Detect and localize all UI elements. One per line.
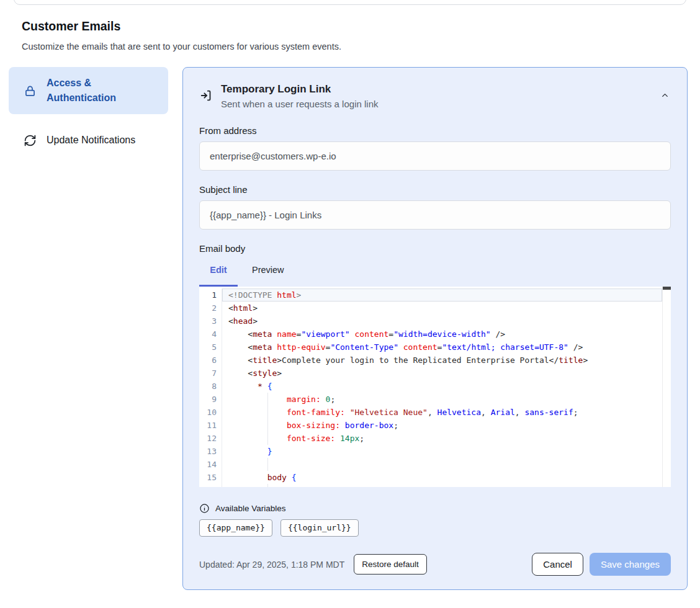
indent-guide <box>267 406 268 419</box>
from-address-input[interactable] <box>199 141 671 171</box>
line-number: 5 <box>199 341 222 354</box>
code-line-content: background-color: #f6f6f6; <box>222 484 662 487</box>
email-body-label: Email body <box>199 243 671 254</box>
code-line: 15 body { <box>199 471 662 484</box>
sidebar: Access & AuthenticationUpdate Notificati… <box>9 67 168 156</box>
code-line: 13 } <box>199 445 662 458</box>
line-number: 2 <box>199 302 222 315</box>
code-line-content: box-sizing: border-box; <box>222 419 662 432</box>
code-line-content: <!DOCTYPE html> <box>222 288 662 302</box>
code-line-content: <html> <box>222 302 662 315</box>
code-line: 16 background-color: #f6f6f6; <box>199 484 662 487</box>
lock-icon <box>24 84 37 97</box>
line-number: 10 <box>199 406 222 419</box>
line-number: 4 <box>199 328 222 341</box>
code-line-content: <style> <box>222 367 662 380</box>
panel-footer: Updated: Apr 29, 2025, 1:18 PM MDT Resto… <box>199 553 671 576</box>
line-number: 13 <box>199 445 222 458</box>
code-line-content: } <box>222 445 662 458</box>
editor-scrollbar-thumb[interactable] <box>663 287 671 290</box>
email-settings-panel: Temporary Login Link Sent when a user re… <box>182 67 688 590</box>
code-line: 10 font-family: "Helvetica Neue", Helvet… <box>199 406 662 419</box>
code-line: 3<head> <box>199 315 662 328</box>
info-icon <box>199 503 210 514</box>
save-changes-button[interactable]: Save changes <box>590 553 671 576</box>
email-body-tabs: EditPreview <box>199 259 671 287</box>
code-line: 2<html> <box>199 302 662 315</box>
code-line: 8 * { <box>199 380 662 393</box>
from-address-label: From address <box>199 125 671 136</box>
panel-header: Temporary Login Link Sent when a user re… <box>199 83 671 109</box>
line-number: 9 <box>199 393 222 406</box>
login-icon <box>200 89 213 102</box>
code-line-content: font-size: 14px; <box>222 432 662 445</box>
page-title: Customer Emails <box>22 19 700 34</box>
available-variables-label: Available Variables <box>215 504 286 513</box>
sidebar-item-access-authentication[interactable]: Access & Authentication <box>9 67 168 114</box>
code-line-content: * { <box>222 380 662 393</box>
code-line: 12 font-size: 14px; <box>199 432 662 445</box>
tab-edit[interactable]: Edit <box>199 259 238 287</box>
code-line-content: <head> <box>222 315 662 328</box>
indent-guide <box>267 458 268 471</box>
restore-default-button[interactable]: Restore default <box>354 554 427 574</box>
panel-header-text: Temporary Login Link Sent when a user re… <box>221 83 378 109</box>
subject-line-input[interactable] <box>199 200 671 230</box>
code-line-content: <title>Complete your login to the Replic… <box>222 354 662 367</box>
variable-chip[interactable]: {{app_name}} <box>199 519 272 537</box>
line-number: 16 <box>199 484 222 487</box>
line-number: 7 <box>199 367 222 380</box>
panel-subtitle: Sent when a user requests a login link <box>221 99 378 109</box>
chevron-up-icon <box>660 92 670 102</box>
code-line: 6 <title>Complete your login to the Repl… <box>199 354 662 367</box>
editor-lines: 1<!DOCTYPE html>2<html>3<head>4 <meta na… <box>199 288 662 487</box>
variable-chips: {{app_name}}{{login_url}} <box>199 519 671 537</box>
line-number: 12 <box>199 432 222 445</box>
line-number: 1 <box>199 288 222 302</box>
sidebar-item-label: Access & Authentication <box>47 76 145 105</box>
code-line: 4 <meta name="viewport" content="width=d… <box>199 328 662 341</box>
updated-timestamp: Updated: Apr 29, 2025, 1:18 PM MDT <box>199 560 344 570</box>
code-editor[interactable]: 1<!DOCTYPE html>2<html>3<head>4 <meta na… <box>199 287 671 487</box>
indent-guide <box>267 432 268 445</box>
code-line-content: <meta http-equiv="Content-Type" content=… <box>222 341 662 354</box>
previous-card-bottom-edge <box>14 0 686 5</box>
collapse-panel-button[interactable] <box>659 89 671 103</box>
code-line: 7 <style> <box>199 367 662 380</box>
code-line-content: margin: 0; <box>222 393 662 406</box>
code-line-content: <meta name="viewport" content="width=dev… <box>222 328 662 341</box>
refresh-icon <box>24 134 37 147</box>
line-number: 8 <box>199 380 222 393</box>
page-subtitle: Customize the emails that are sent to yo… <box>22 42 700 51</box>
subject-line-label: Subject line <box>199 184 671 195</box>
line-number: 11 <box>199 419 222 432</box>
panel-title: Temporary Login Link <box>221 83 378 96</box>
code-line: 1<!DOCTYPE html> <box>199 288 662 302</box>
code-line-content <box>222 458 662 471</box>
line-number: 3 <box>199 315 222 328</box>
available-variables-header: Available Variables <box>199 503 671 514</box>
line-number: 14 <box>199 458 222 471</box>
code-line-content: body { <box>222 471 662 484</box>
code-line-content: font-family: "Helvetica Neue", Helvetica… <box>222 406 662 419</box>
variable-chip[interactable]: {{login_url}} <box>280 519 359 537</box>
indent-guide <box>267 419 268 432</box>
sidebar-item-update-notifications[interactable]: Update Notifications <box>9 124 168 156</box>
editor-scrollbar[interactable] <box>662 287 671 487</box>
code-line: 14 <box>199 458 662 471</box>
code-line: 5 <meta http-equiv="Content-Type" conten… <box>199 341 662 354</box>
line-number: 6 <box>199 354 222 367</box>
cancel-button[interactable]: Cancel <box>532 553 583 576</box>
indent-guide <box>267 484 268 487</box>
code-line: 9 margin: 0; <box>199 393 662 406</box>
code-line: 11 box-sizing: border-box; <box>199 419 662 432</box>
indent-guide <box>267 393 268 406</box>
content-area: Access & AuthenticationUpdate Notificati… <box>0 67 700 590</box>
sidebar-item-label: Update Notifications <box>47 133 135 148</box>
tab-preview[interactable]: Preview <box>252 259 284 287</box>
line-number: 15 <box>199 471 222 484</box>
